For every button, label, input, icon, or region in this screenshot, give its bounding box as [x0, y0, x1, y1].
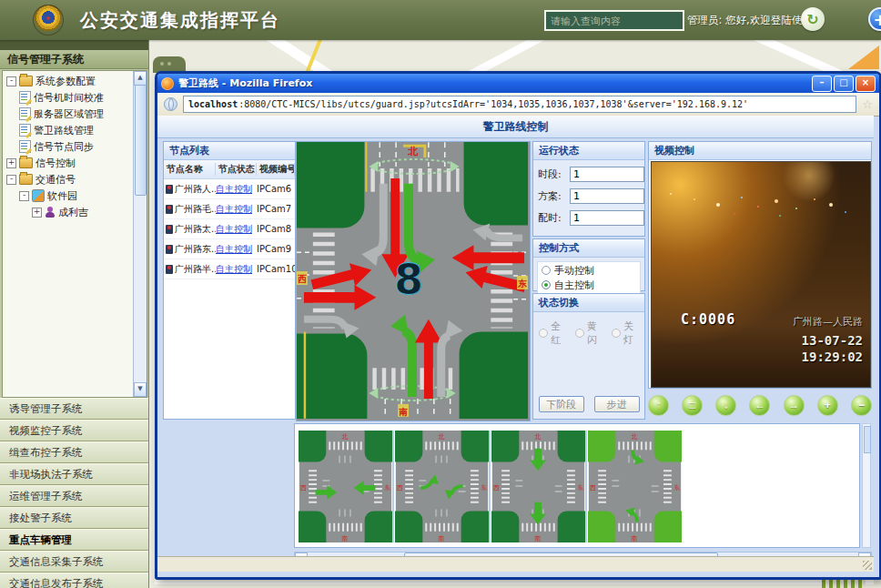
search-input[interactable] [544, 10, 684, 31]
collapse-icon[interactable]: - [6, 76, 16, 86]
thumbnail-separator [392, 431, 394, 542]
node-status-link[interactable]: 自主控制 [216, 263, 257, 276]
apps-grid-icon[interactable] [835, 7, 858, 31]
bookmark-star-icon[interactable]: ☆ [862, 97, 873, 111]
tree-label: 服务器区域管理 [34, 107, 104, 121]
scroll-down-icon[interactable]: ▼ [134, 382, 147, 397]
node-status-link[interactable]: 自主控制 [216, 243, 257, 256]
minimize-button[interactable]: – [812, 76, 832, 92]
col-video-id[interactable]: 视频编号 [257, 163, 295, 176]
window-titlebar[interactable]: 警卫路线 - Mozilla Firefox – □ × [157, 74, 879, 93]
svg-text:南: 南 [535, 535, 542, 542]
close-button[interactable]: × [856, 76, 876, 92]
col-node-name[interactable]: 节点名称 [164, 163, 216, 176]
node-name: 广州路人... [175, 183, 216, 196]
node-camera: IPCam7 [257, 204, 295, 214]
tree-item-software-park[interactable]: - 软件园 [5, 188, 133, 204]
tree-item-signal-node-sync[interactable]: 信号节点同步 [5, 138, 133, 155]
intersection-svg: 北 西 东 南 8 [297, 142, 528, 419]
ptz-down-button[interactable]: ↓ [715, 395, 736, 416]
sidebar-item-guidance[interactable]: 诱导管理子系统 [0, 398, 148, 420]
sidebar-item-police-dispatch[interactable]: 接处警子系统 [0, 507, 148, 529]
collapse-icon[interactable]: - [6, 175, 16, 185]
table-row[interactable]: 广州路太... 自主控制 IPCam8 [164, 219, 295, 239]
sidebar-title[interactable]: 信号管理子系统 [0, 50, 148, 69]
timing-input[interactable] [570, 210, 644, 226]
period-input[interactable] [570, 167, 644, 182]
option-lights-off[interactable]: 关灯 [612, 319, 639, 347]
firefox-icon [161, 77, 174, 90]
table-row[interactable]: 广州路半... 自主控制 IPCam10 [164, 259, 295, 279]
scrollbar-thumb[interactable] [864, 426, 871, 453]
node-status-link[interactable]: 自主控制 [216, 223, 257, 236]
expand-icon[interactable]: + [6, 158, 16, 168]
radio-icon[interactable] [542, 280, 551, 289]
document-icon [19, 124, 31, 137]
ptz-zoom-out-button[interactable]: − [851, 395, 872, 416]
tree-item-system-params[interactable]: - 系统参数配置 [5, 73, 133, 89]
option-all-red[interactable]: 全红 [539, 319, 566, 347]
phase-thumbnail-east-west-left-turn[interactable]: 北 西 东 南 [395, 431, 489, 542]
next-stage-button[interactable]: 下阶段 [539, 396, 584, 412]
radio-icon[interactable] [612, 329, 621, 338]
tree-label: 警卫路线管理 [34, 124, 94, 137]
collapse-icon[interactable]: - [19, 191, 29, 201]
step-button[interactable]: 步进 [594, 396, 640, 412]
ptz-right-button[interactable]: → [784, 395, 805, 416]
scroll-up-icon[interactable]: ▲ [134, 71, 147, 86]
phase-thumbnail-north-south-left-turn[interactable]: 北 西 东 南 [588, 431, 682, 542]
sidebar-item-investigation[interactable]: 缉查布控子系统 [0, 441, 148, 463]
tree-item-guard-route-mgmt[interactable]: 警卫路线管理 [5, 122, 133, 138]
add-icon[interactable]: + [868, 7, 881, 31]
svg-text:东: 东 [577, 484, 583, 492]
tree-item-signal-control[interactable]: + 信号控制 [5, 155, 133, 171]
phase-strip-panel: 北 西 东 南 北 西 东 南 北 西 [294, 423, 860, 548]
ptz-stop-button[interactable]: □ [682, 395, 703, 416]
thumbnail-separator [585, 431, 587, 542]
control-mode-option-1[interactable]: 自主控制 [542, 278, 636, 292]
url-field[interactable]: localhost :8080/CTC-MICS/libs/utcs/guard… [183, 96, 856, 113]
sidebar-item-traffic-release[interactable]: 交通信息发布子系统 [0, 573, 148, 588]
subsystem-menu: 诱导管理子系统 视频监控子系统 缉查布控子系统 非现场执法子系统 运维管理子系统… [0, 398, 148, 588]
sidebar-item-video-surveillance[interactable]: 视频监控子系统 [0, 420, 148, 441]
radio-icon[interactable] [539, 329, 548, 338]
table-row[interactable]: 广州路东... 自主控制 IPCam9 [164, 239, 295, 259]
window-title: 警卫路线 - Mozilla Firefox [178, 76, 807, 90]
sidebar-item-offsite-enforcement[interactable]: 非现场执法子系统 [0, 463, 148, 485]
phase-thumbnail-north-south-straight[interactable]: 北 西 东 南 [491, 431, 585, 542]
tree-item-traffic-signal[interactable]: - 交通信号 [5, 171, 133, 188]
ptz-up-button[interactable]: ↑ [648, 395, 669, 416]
thumbnail-separator [489, 431, 491, 542]
tree-scrollbar[interactable]: ▲ ▼ [133, 71, 147, 397]
phase-thumbnail-east-west-straight[interactable]: 北 西 东 南 [299, 431, 392, 542]
field-label: 方案: [538, 189, 567, 203]
control-mode-option-0[interactable]: 手动控制 [542, 263, 636, 278]
sidebar-item-operations[interactable]: 运维管理子系统 [0, 485, 148, 507]
tree-item-signal-time-calibration[interactable]: 信号机时间校准 [5, 89, 133, 106]
video-feed[interactable]: C:0006 广州路—人民路 13-07-22 19:29:02 [651, 161, 871, 388]
strip-vertical-scrollbar[interactable] [862, 423, 871, 548]
sidebar-item-traffic-collection[interactable]: 交通信息采集子系统 [0, 551, 148, 573]
maximize-button[interactable]: □ [834, 76, 854, 92]
ptz-zoom-in-button[interactable]: + [817, 395, 838, 416]
expand-icon[interactable]: + [32, 208, 42, 218]
tree-item-server-region-mgmt[interactable]: 服务器区域管理 [5, 106, 133, 122]
node-camera: IPCam10 [257, 264, 295, 274]
tree-item-chengliji[interactable]: + 成利吉 [5, 204, 133, 220]
refresh-icon[interactable]: ↻ [801, 7, 825, 31]
radio-icon[interactable] [542, 266, 551, 275]
ptz-left-button[interactable]: ← [749, 395, 770, 416]
radio-icon[interactable] [575, 329, 584, 338]
table-row[interactable]: 广州路人... 自主控制 IPCam6 [164, 179, 295, 199]
table-row[interactable]: 广州路毛... 自主控制 IPCam7 [164, 199, 295, 219]
col-node-status[interactable]: 节点状态 [216, 163, 257, 176]
plan-input[interactable] [570, 188, 644, 204]
camera-time-overlay: 19:29:02 [802, 350, 863, 364]
option-yellow-flash[interactable]: 黄闪 [575, 319, 603, 347]
sidebar-item-key-vehicles[interactable]: 重点车辆管理 [0, 529, 148, 551]
node-status-link[interactable]: 自主控制 [216, 183, 257, 196]
node-status-link[interactable]: 自主控制 [216, 203, 257, 216]
svg-text:西: 西 [300, 484, 307, 492]
scrollbar-thumb[interactable] [135, 85, 147, 196]
compass-south-label: 南 [399, 407, 408, 417]
